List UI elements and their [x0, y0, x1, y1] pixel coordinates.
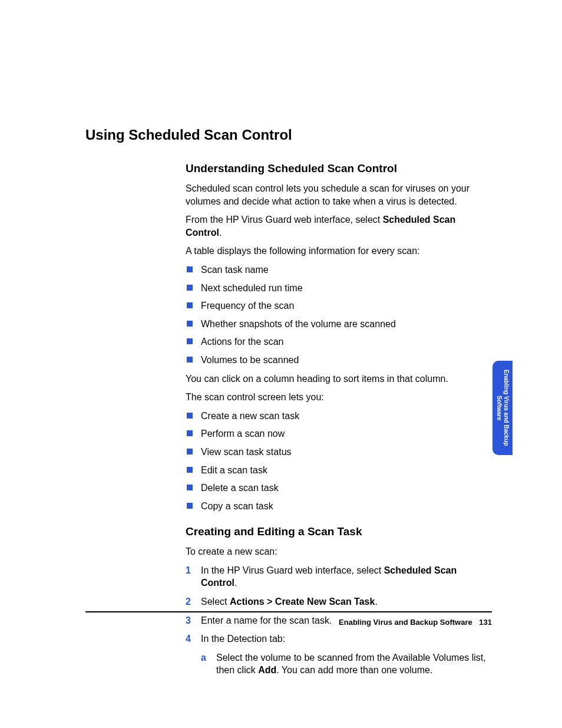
indented-body: Understanding Scheduled Scan Control Sch…	[186, 162, 492, 677]
text-run: .	[375, 597, 377, 607]
side-tab: Enabling Virus and Backup Software	[492, 361, 513, 455]
bullet-list: Create a new scan task Perform a scan no…	[186, 410, 492, 513]
list-item: Copy a scan task	[186, 500, 492, 513]
list-item: Actions for the scan	[186, 335, 492, 348]
list-item: Whether snapshots of the volume are scan…	[186, 318, 492, 331]
text-run: From the HP Virus Guard web interface, s…	[186, 215, 383, 225]
side-tab-label: Enabling Virus and Backup Software	[495, 370, 510, 446]
text-run: Select	[201, 597, 230, 607]
paragraph: You can click on a column heading to sor…	[186, 373, 492, 386]
paragraph: Scheduled scan control lets you schedule…	[186, 182, 492, 207]
list-item: Frequency of the scan	[186, 299, 492, 312]
document-page: Using Scheduled Scan Control Understandi…	[0, 0, 562, 728]
text-run: In the HP Virus Guard web interface, sel…	[201, 565, 384, 575]
list-item: Next scheduled run time	[186, 282, 492, 295]
text-run: .	[234, 578, 237, 588]
page-title: Using Scheduled Scan Control	[85, 127, 492, 143]
paragraph: A table displays the following informati…	[186, 245, 492, 258]
list-item: Scan task name	[186, 263, 492, 276]
paragraph: The scan control screen lets you:	[186, 391, 492, 404]
list-item: Delete a scan task	[186, 482, 492, 495]
sub-marker: a	[201, 651, 206, 664]
list-item: View scan task status	[186, 446, 492, 459]
sub-list: a Select the volume to be scanned from t…	[201, 651, 492, 677]
footer-page-number: 131	[479, 618, 492, 627]
content-area: Using Scheduled Scan Control Understandi…	[85, 127, 492, 683]
paragraph: To create a new scan:	[186, 545, 492, 558]
list-item: a Select the volume to be scanned from t…	[201, 651, 492, 677]
side-tab-line: Software	[496, 396, 503, 420]
footer: Enabling Virus and Backup Software 131	[85, 618, 492, 627]
bold-text: Add	[258, 665, 276, 675]
section-heading-understanding: Understanding Scheduled Scan Control	[186, 162, 492, 175]
bullet-list: Scan task name Next scheduled run time F…	[186, 263, 492, 367]
text-run: . You can add more than one volume.	[276, 665, 432, 675]
list-item: Perform a scan now	[186, 427, 492, 440]
list-item: Create a new scan task	[186, 410, 492, 423]
list-item: Volumes to be scanned	[186, 354, 492, 367]
list-item: Select Actions > Create New Scan Task.	[186, 595, 492, 608]
list-item: In the Detection tab: a Select the volum…	[186, 633, 492, 677]
section-heading-creating: Creating and Editing a Scan Task	[186, 525, 492, 538]
list-item: Edit a scan task	[186, 464, 492, 477]
footer-title: Enabling Virus and Backup Software	[339, 618, 472, 627]
list-item: In the HP Virus Guard web interface, sel…	[186, 564, 492, 589]
text-run: In the Detection tab:	[201, 634, 285, 644]
paragraph: From the HP Virus Guard web interface, s…	[186, 213, 492, 239]
bold-text: Actions > Create New Scan Task	[230, 597, 375, 607]
footer-rule	[85, 611, 492, 612]
side-tab-line: Enabling Virus and Backup	[503, 370, 510, 446]
text-run: .	[219, 228, 222, 238]
